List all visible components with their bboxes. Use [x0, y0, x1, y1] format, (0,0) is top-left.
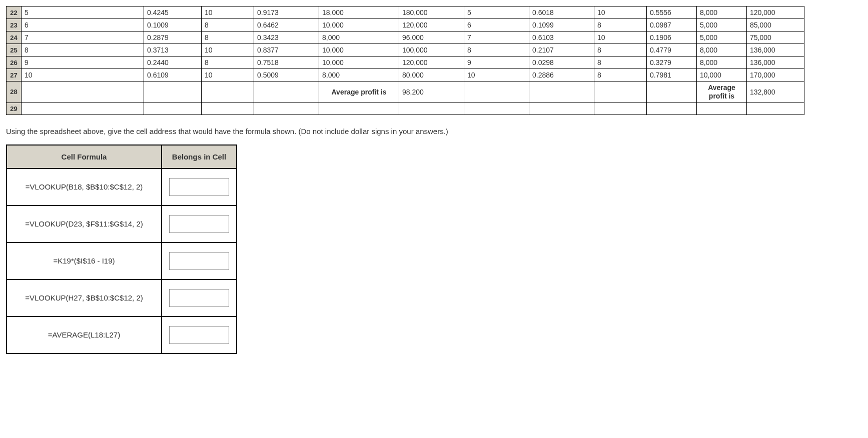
- cell: [529, 82, 594, 103]
- table-row: 2360.100980.646210,000120,00060.109980.0…: [7, 19, 804, 32]
- cell: 8: [202, 19, 254, 32]
- cell: 10: [202, 6, 254, 19]
- avg-profit-label-2: Averageprofit is: [697, 82, 747, 103]
- cell: 0.3279: [647, 56, 697, 69]
- row-number: 22: [7, 6, 22, 19]
- cell: 10,000: [319, 44, 399, 56]
- cell: 0.9173: [254, 6, 319, 19]
- row-number: 26: [7, 56, 22, 69]
- formula-cell: =K19*($I$16 - I19): [7, 242, 162, 280]
- cell: 18,000: [319, 6, 399, 19]
- cell: 180,000: [399, 6, 464, 19]
- row-number: 29: [7, 102, 22, 114]
- cell: 8,000: [319, 32, 399, 44]
- cell: 8: [22, 44, 144, 56]
- col-header-formula: Cell Formula: [7, 145, 162, 168]
- table-row: 27100.6109100.50098,00080,000100.288680.…: [7, 69, 804, 82]
- cell: 0.6109: [144, 69, 202, 82]
- cell: 0.4245: [144, 6, 202, 19]
- cell: 10: [22, 69, 144, 82]
- cell: [647, 102, 697, 114]
- cell: 8: [202, 32, 254, 44]
- cell: [202, 82, 254, 103]
- cell: 0.1009: [144, 19, 202, 32]
- cell: [202, 102, 254, 114]
- cell: 170,000: [747, 69, 804, 82]
- cell: [399, 102, 464, 114]
- cell: 10: [202, 69, 254, 82]
- cell: 85,000: [747, 19, 804, 32]
- cell: 0.2440: [144, 56, 202, 69]
- cell: 96,000: [399, 32, 464, 44]
- cell: [647, 82, 697, 103]
- answer-cell: [162, 280, 237, 316]
- answer-input[interactable]: [169, 252, 229, 270]
- cell: 0.6018: [529, 6, 594, 19]
- cell: 7: [22, 32, 144, 44]
- answer-row: =VLOOKUP(B18, $B$10:$C$12, 2): [7, 168, 237, 206]
- cell: 5: [22, 6, 144, 19]
- answer-input[interactable]: [169, 326, 229, 344]
- cell: 0.5556: [647, 6, 697, 19]
- avg-profit-label-1: Average profit is: [319, 82, 399, 103]
- answer-input[interactable]: [169, 289, 229, 307]
- cell: 10,000: [319, 56, 399, 69]
- answer-cell: [162, 316, 237, 354]
- cell: 8,000: [697, 56, 747, 69]
- cell: 8: [594, 56, 647, 69]
- cell: 5,000: [697, 19, 747, 32]
- cell: 10,000: [697, 69, 747, 82]
- answer-input[interactable]: [169, 215, 229, 233]
- cell: 10: [594, 32, 647, 44]
- cell: 80,000: [399, 69, 464, 82]
- cell: 0.6462: [254, 19, 319, 32]
- cell: 8,000: [697, 44, 747, 56]
- answer-input[interactable]: [169, 178, 229, 196]
- answer-row: =VLOOKUP(D23, $F$11:$G$14, 2): [7, 206, 237, 242]
- cell: [254, 102, 319, 114]
- cell: 0.2107: [529, 44, 594, 56]
- cell: 10,000: [319, 19, 399, 32]
- table-row: 2580.3713100.837710,000100,00080.210780.…: [7, 44, 804, 56]
- answer-cell: [162, 242, 237, 280]
- table-row: 2250.4245100.917318,000180,00050.6018100…: [7, 6, 804, 19]
- cell: 8: [202, 56, 254, 69]
- cell: [529, 102, 594, 114]
- cell: 8,000: [319, 69, 399, 82]
- cell: 0.7518: [254, 56, 319, 69]
- cell: 5: [464, 6, 529, 19]
- answer-row: =K19*($I$16 - I19): [7, 242, 237, 280]
- cell: [22, 82, 144, 103]
- row-number: 28: [7, 82, 22, 103]
- formula-cell: =VLOOKUP(B18, $B$10:$C$12, 2): [7, 168, 162, 206]
- cell: 5,000: [697, 32, 747, 44]
- avg-profit-value-1: 98,200: [399, 82, 464, 103]
- answer-row: =VLOOKUP(H27, $B$10:$C$12, 2): [7, 280, 237, 316]
- cell: 0.4779: [647, 44, 697, 56]
- cell: 0.1099: [529, 19, 594, 32]
- cell: [594, 82, 647, 103]
- cell: [144, 102, 202, 114]
- cell: 0.2879: [144, 32, 202, 44]
- cell: [464, 82, 529, 103]
- cell: 10: [594, 6, 647, 19]
- formula-cell: =VLOOKUP(H27, $B$10:$C$12, 2): [7, 280, 162, 316]
- cell: 120,000: [747, 6, 804, 19]
- answer-table: Cell Formula Belongs in Cell =VLOOKUP(B1…: [6, 144, 237, 354]
- cell: 8,000: [697, 6, 747, 19]
- cell: 0.3423: [254, 32, 319, 44]
- formula-cell: =AVERAGE(L18:L27): [7, 316, 162, 354]
- cell: 120,000: [399, 19, 464, 32]
- cell: 136,000: [747, 56, 804, 69]
- formula-cell: =VLOOKUP(D23, $F$11:$G$14, 2): [7, 206, 162, 242]
- cell: [254, 82, 319, 103]
- cell: [22, 102, 144, 114]
- cell: 6: [22, 19, 144, 32]
- cell: 136,000: [747, 44, 804, 56]
- cell: 8: [594, 44, 647, 56]
- cell: [319, 102, 399, 114]
- cell: 9: [464, 56, 529, 69]
- cell: [144, 82, 202, 103]
- cell: 9: [22, 56, 144, 69]
- cell: [747, 102, 804, 114]
